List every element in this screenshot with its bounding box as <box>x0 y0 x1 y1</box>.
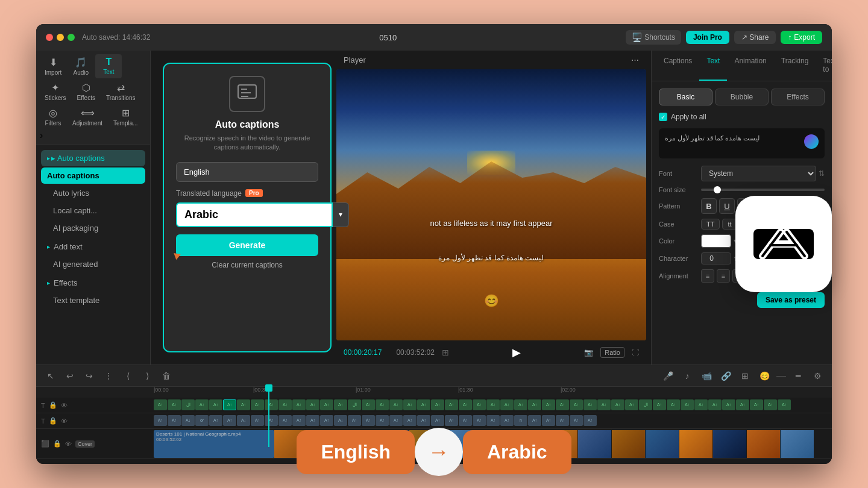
case-lower[interactable]: tt <box>722 219 737 230</box>
fullscreen-button[interactable] <box>68 34 75 41</box>
font-size-slider[interactable] <box>701 189 825 191</box>
audio-track-btn[interactable]: ♪ <box>680 369 694 383</box>
tab-tracking[interactable]: Tracking <box>774 51 816 81</box>
video-filename: Deserts 101 | National Geographic.mp4 <box>156 431 272 437</box>
style-btn-effects[interactable]: Effects <box>771 89 825 105</box>
align-left[interactable]: ≡ <box>701 269 714 283</box>
language-select[interactable]: English <box>176 162 318 182</box>
join-pro-button[interactable]: Join Pro <box>686 31 729 44</box>
tab-text-to[interactable]: Text-to <box>816 51 832 81</box>
tab-effects[interactable]: ⬡ Effects <box>72 80 100 104</box>
apply-all-checkbox[interactable]: ✓ <box>659 113 667 121</box>
sidebar-item-auto-captions-section[interactable]: ▸ ▸ Auto captions <box>41 150 145 166</box>
camera-icon[interactable]: 📷 <box>584 348 593 357</box>
sidebar-item-effects[interactable]: ▸ Effects <box>41 275 145 291</box>
video-track-controls: ⬛ 🔒 👁 Cover <box>36 440 154 448</box>
picture-in-picture[interactable]: ⊞ <box>738 369 752 383</box>
cover-label[interactable]: Cover <box>75 440 95 448</box>
split-right[interactable]: ⟩ <box>140 369 154 383</box>
link-btn[interactable]: 🔗 <box>719 369 733 383</box>
track-eye-1[interactable]: 👁 <box>61 402 68 409</box>
redo-button[interactable]: ↪ <box>82 369 96 383</box>
caption-chip: A↑ <box>694 399 708 410</box>
bold-button[interactable]: B <box>701 198 717 214</box>
tab-import[interactable]: ⬇ Import <box>40 54 66 78</box>
monitor-icon-btn[interactable]: 🖥️ Shortcuts <box>626 30 681 45</box>
sidebar-item-auto-lyrics[interactable]: Auto lyrics <box>41 185 145 201</box>
case-upper[interactable]: TT <box>701 219 720 230</box>
track-lock-2[interactable]: 🔒 <box>49 417 57 425</box>
title-bar-actions: 🖥️ Shortcuts Join Pro ↗ Share ↑ Export <box>626 30 822 45</box>
video-track-lock[interactable]: 🔒 <box>53 440 61 448</box>
playhead[interactable] <box>268 387 269 447</box>
tab-transitions[interactable]: ⇄ Transitions <box>101 80 140 104</box>
split-button[interactable]: ⋮ <box>101 369 116 383</box>
caption-chip2: or <box>195 415 209 426</box>
delete-button[interactable]: 🗑 <box>159 369 174 383</box>
player-menu-icon[interactable]: ⋯ <box>631 55 639 64</box>
minimize-button[interactable] <box>57 34 64 41</box>
tab-adjustment[interactable]: ⟺ Adjustment <box>68 105 107 129</box>
fullscreen-icon[interactable]: ⛶ <box>632 348 639 357</box>
clear-captions-link[interactable]: Clear current captions <box>212 261 282 269</box>
share-button[interactable]: ↗ Share <box>734 31 776 44</box>
tab-animation[interactable]: Animation <box>727 51 773 81</box>
align-center[interactable]: ≡ <box>717 269 730 283</box>
grid-icon[interactable]: ⊞ <box>442 348 449 357</box>
caption-chip: A↑ <box>278 399 292 410</box>
zoom-slider[interactable]: ━ <box>791 369 805 383</box>
sidebar-item-add-text[interactable]: ▸ Add text <box>41 239 145 255</box>
sidebar-item-text-template[interactable]: Text template <box>41 292 145 308</box>
caption-chip: A↑ <box>667 399 680 410</box>
thumb5 <box>409 430 442 458</box>
close-button[interactable] <box>46 34 53 41</box>
caption-chip: A↑ <box>251 399 264 410</box>
play-button[interactable]: ▶ <box>508 344 525 361</box>
track-eye-2[interactable]: 👁 <box>61 418 68 425</box>
sidebar-item-auto-captions[interactable]: Auto captions <box>41 167 145 184</box>
ratio-button[interactable]: Ratio <box>600 347 624 358</box>
settings-btn[interactable]: ⚙ <box>810 369 825 383</box>
sidebar-item-ai-packaging[interactable]: AI packaging <box>41 220 145 236</box>
tab-audio[interactable]: 🎵 Audio <box>68 54 94 78</box>
track-controls-1: T 🔒 👁 <box>36 401 154 409</box>
tab-filters[interactable]: ◎ Filters <box>40 105 66 129</box>
tab-captions[interactable]: Captions <box>656 51 699 81</box>
sidebar-item-local-captions[interactable]: Local capti... <box>41 202 145 219</box>
mic-button[interactable]: 🎤 <box>661 369 675 383</box>
effects-arrow: ▸ <box>47 280 50 286</box>
sidebar-item-ai-generated[interactable]: AI generated <box>41 256 145 272</box>
tab-text[interactable]: Text <box>699 51 727 81</box>
arabic-dropdown-button[interactable]: ▾ <box>333 202 349 227</box>
underline-button[interactable]: U <box>719 198 735 214</box>
monitor-icon: 🖥️ <box>632 33 642 42</box>
tab-text[interactable]: T Text <box>95 54 122 78</box>
tab-template[interactable]: ⊞ Templa... <box>108 105 143 129</box>
track-lock-1[interactable]: 🔒 <box>49 401 57 409</box>
track-controls-2: T 🔒 👁 <box>36 417 154 425</box>
video-btn[interactable]: 📹 <box>699 369 714 383</box>
undo-button[interactable]: ↩ <box>63 369 77 383</box>
arrow-icon: ▸ <box>47 155 50 161</box>
font-select[interactable]: System <box>701 166 816 181</box>
save-preset-button[interactable]: Save as preset <box>757 292 825 308</box>
select-tool[interactable]: ↖ <box>43 369 58 383</box>
video-track: ⬛ 🔒 👁 Cover Deserts 101 | National Geogr… <box>36 429 832 459</box>
emoji-btn[interactable]: 😊 <box>757 369 772 383</box>
generate-button[interactable]: Generate <box>176 234 318 256</box>
auto-captions-section: ▸ ▸ Auto captions Auto captions Auto lyr… <box>41 150 145 236</box>
apply-all-row: ✓ Apply to all <box>659 113 825 121</box>
arabic-language-input[interactable] <box>176 202 333 227</box>
more-tools-button[interactable]: › <box>40 130 43 141</box>
character-input[interactable] <box>701 252 731 264</box>
style-btn-basic[interactable]: Basic <box>659 89 712 105</box>
style-btn-bubble[interactable]: Bubble <box>715 89 769 105</box>
color-swatch[interactable] <box>701 234 731 248</box>
video-track-eye[interactable]: 👁 <box>65 440 72 448</box>
add-text-arrow: ▸ <box>47 243 50 250</box>
tab-stickers[interactable]: ✦ Stickers <box>40 80 71 104</box>
caption-chip: A↑ <box>417 399 430 410</box>
split-left[interactable]: ⟨ <box>121 369 135 383</box>
caption-chip: A↑ <box>389 399 403 410</box>
export-button[interactable]: ↑ Export <box>781 31 822 44</box>
